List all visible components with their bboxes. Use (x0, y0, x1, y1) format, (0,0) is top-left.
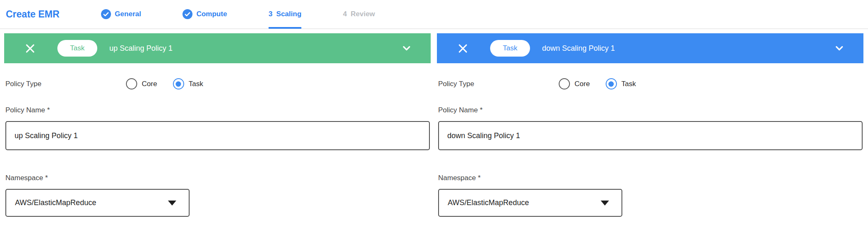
close-icon[interactable] (458, 43, 468, 54)
wizard-header: Create EMR General Compute 3 Scaling 4 R… (0, 0, 868, 29)
policy-type-label: Policy Type (5, 80, 126, 88)
wizard-stepper: General Compute 3 Scaling 4 Review (101, 0, 375, 28)
caret-down-icon (601, 201, 609, 206)
check-circle-icon (182, 9, 192, 19)
radio-label: Task (189, 80, 203, 88)
close-icon[interactable] (25, 43, 35, 54)
policy-type-row: Policy Type Core Task (438, 78, 863, 89)
policy-type-radio-group: Core Task (126, 78, 203, 89)
policy-name-input[interactable] (438, 121, 863, 150)
scaling-policy-card-up: Task up Scaling Policy 1 Policy Type Cor… (4, 33, 431, 217)
chevron-down-icon[interactable] (401, 42, 412, 54)
policy-card-body: Policy Type Core Task Policy Name * Name… (4, 78, 431, 217)
namespace-label: Namespace * (438, 174, 863, 182)
policy-card-title: up Scaling Policy 1 (109, 44, 173, 53)
namespace-selected-value: AWS/ElasticMapReduce (15, 198, 96, 207)
policy-name-label: Policy Name * (438, 106, 863, 114)
step-number: 4 (343, 10, 347, 18)
policy-type-label: Policy Type (438, 80, 559, 88)
step-scaling[interactable]: 3 Scaling (269, 0, 301, 28)
policy-type-radio-group: Core Task (559, 78, 636, 89)
step-label: General (115, 10, 141, 18)
policy-card-header[interactable]: Task up Scaling Policy 1 (4, 33, 431, 63)
radio-option-task[interactable]: Task (606, 78, 636, 89)
namespace-select[interactable]: AWS/ElasticMapReduce (5, 189, 190, 217)
radio-label: Core (142, 80, 157, 88)
namespace-select[interactable]: AWS/ElasticMapReduce (438, 189, 622, 217)
step-compute[interactable]: Compute (182, 0, 227, 28)
step-number: 3 (269, 10, 272, 18)
step-label: Compute (196, 10, 227, 18)
policy-type-row: Policy Type Core Task (5, 78, 430, 89)
radio-circle-icon[interactable] (559, 78, 570, 89)
check-circle-icon (101, 9, 111, 19)
radio-label: Core (575, 80, 590, 88)
radio-option-core[interactable]: Core (126, 78, 157, 89)
namespace-selected-value: AWS/ElasticMapReduce (448, 198, 529, 207)
policy-card-body: Policy Type Core Task Policy Name * Name… (437, 78, 863, 217)
radio-circle-icon[interactable] (173, 78, 184, 89)
radio-option-core[interactable]: Core (559, 78, 590, 89)
scaling-policies: Task up Scaling Policy 1 Policy Type Cor… (4, 33, 863, 217)
radio-circle-icon[interactable] (606, 78, 617, 89)
namespace-label: Namespace * (5, 174, 430, 182)
step-general[interactable]: General (101, 0, 141, 28)
step-label: Review (351, 10, 375, 18)
step-review[interactable]: 4 Review (343, 0, 375, 28)
task-badge: Task (57, 40, 97, 57)
chevron-down-icon[interactable] (833, 42, 845, 54)
step-label: Scaling (276, 10, 301, 18)
page-title: Create EMR (6, 9, 59, 20)
caret-down-icon (168, 201, 176, 206)
radio-circle-icon[interactable] (126, 78, 137, 89)
policy-card-header[interactable]: Task down Scaling Policy 1 (437, 33, 863, 63)
policy-name-label: Policy Name * (5, 106, 430, 114)
radio-option-task[interactable]: Task (173, 78, 203, 89)
scaling-policy-card-down: Task down Scaling Policy 1 Policy Type C… (437, 33, 863, 217)
policy-name-input[interactable] (5, 121, 430, 150)
policy-card-title: down Scaling Policy 1 (542, 44, 615, 53)
radio-label: Task (621, 80, 636, 88)
task-badge: Task (490, 40, 530, 57)
